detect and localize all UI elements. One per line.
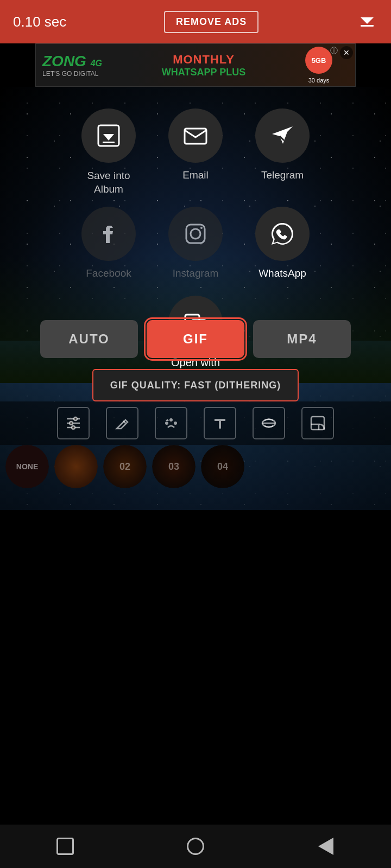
- whatsapp-label: WhatsApp: [258, 267, 306, 279]
- svg-point-19: [174, 422, 177, 425]
- svg-point-13: [70, 422, 73, 425]
- back-button[interactable]: [310, 830, 342, 863]
- svg-point-6: [200, 227, 203, 229]
- svg-point-15: [72, 426, 75, 429]
- svg-rect-22: [311, 417, 324, 430]
- save-album-label: Save intoAlbum: [87, 169, 130, 196]
- ad-info-icon[interactable]: ⓘ: [330, 46, 338, 56]
- download-icon[interactable]: [356, 9, 378, 35]
- svg-rect-2: [103, 142, 115, 143]
- svg-rect-0: [361, 25, 374, 27]
- share-row-2: Facebook Instagram: [81, 207, 310, 279]
- ad-close-button[interactable]: ✕: [340, 46, 353, 59]
- share-row-1: Save intoAlbum Email: [81, 108, 310, 196]
- svg-point-5: [191, 229, 200, 239]
- text-tool-icon[interactable]: [204, 407, 236, 439]
- home-button[interactable]: [179, 830, 212, 863]
- gif-format-button[interactable]: GIF: [147, 320, 244, 358]
- edit-tool-icon[interactable]: [106, 407, 138, 439]
- instagram-label: Instagram: [173, 267, 218, 279]
- system-nav-bar: [0, 825, 391, 868]
- whatsapp-icon: [255, 207, 310, 261]
- animation-tool-icon[interactable]: [155, 407, 187, 439]
- format-button-group: AUTO GIF MP4: [40, 320, 351, 358]
- share-whatsapp[interactable]: WhatsApp: [255, 207, 310, 279]
- adjust-tool-icon[interactable]: [57, 407, 90, 439]
- facebook-label: Facebook: [86, 267, 131, 279]
- thumbnail-02[interactable]: 02: [103, 445, 147, 488]
- remove-ads-button[interactable]: REMOVE ADS: [164, 11, 258, 33]
- share-instagram[interactable]: Instagram: [168, 207, 223, 279]
- svg-point-17: [165, 422, 168, 425]
- svg-rect-3: [185, 129, 206, 144]
- sticker-tool-icon[interactable]: [301, 407, 334, 439]
- facebook-icon: [81, 207, 136, 261]
- thumbnail-04[interactable]: 04: [201, 445, 244, 488]
- telegram-label: Telegram: [261, 169, 304, 181]
- recents-button[interactable]: [49, 830, 81, 863]
- filter-tool-icon[interactable]: [253, 407, 285, 439]
- svg-line-16: [123, 421, 125, 423]
- format-section: AUTO GIF MP4 GIF QUALITY: FAST (DITHERIN…: [0, 320, 391, 401]
- share-facebook[interactable]: Facebook: [81, 207, 136, 279]
- email-icon: [168, 108, 223, 163]
- share-save-album[interactable]: Save intoAlbum: [81, 108, 136, 196]
- ad-brand: ZONG 4G LET'S GO DIGITAL: [42, 53, 102, 78]
- svg-point-14: [74, 417, 77, 420]
- email-label: Email: [182, 169, 209, 181]
- auto-format-button[interactable]: AUTO: [40, 320, 138, 358]
- save-album-icon: [81, 108, 136, 163]
- main-content-area: Save intoAlbum Email: [0, 87, 391, 510]
- thumbnail-none[interactable]: NONE: [5, 445, 49, 488]
- instagram-icon: [168, 207, 223, 261]
- share-email[interactable]: Email: [168, 108, 223, 196]
- thumbnail-strip: NONE 02 03 04: [0, 445, 391, 488]
- home-icon: [187, 838, 204, 855]
- svg-point-18: [169, 418, 173, 422]
- share-telegram[interactable]: Telegram: [255, 108, 310, 196]
- thumbnail-01[interactable]: [54, 445, 98, 488]
- top-bar: 0.10 sec REMOVE ADS: [0, 0, 391, 43]
- ad-banner: ZONG 4G LET'S GO DIGITAL MONTHLY WHATSAP…: [35, 43, 356, 87]
- bottom-toolbar: [0, 401, 391, 445]
- mp4-format-button[interactable]: MP4: [253, 320, 351, 358]
- timer-display: 0.10 sec: [13, 14, 66, 30]
- recents-icon: [56, 838, 74, 855]
- gif-quality-button[interactable]: GIF QUALITY: FAST (DITHERING): [92, 369, 299, 401]
- telegram-icon: [255, 108, 310, 163]
- thumbnail-03[interactable]: 03: [152, 445, 195, 488]
- back-icon: [318, 838, 333, 855]
